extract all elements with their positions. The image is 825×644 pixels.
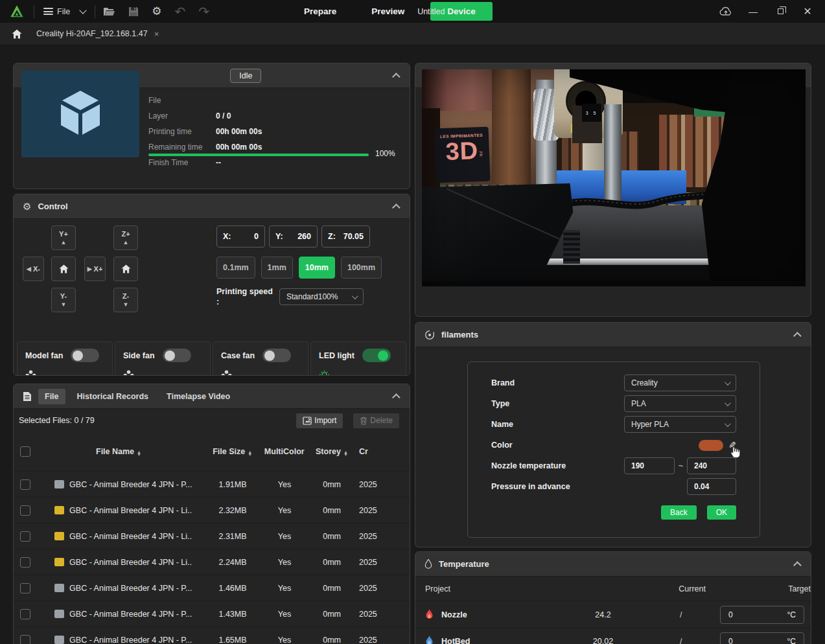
hotbed-current-temp: 20.02 [564, 637, 642, 644]
row-checkbox[interactable] [20, 505, 30, 516]
axis-coordinate[interactable]: X: 0 [216, 225, 265, 247]
delete-button[interactable]: Delete [353, 413, 399, 428]
column-file-name[interactable]: File Name▲▼ [36, 447, 201, 456]
file-row[interactable]: GBC - Animal Breeder 4 JPN - Li... 2.32M… [14, 497, 410, 523]
select-all-checkbox[interactable] [20, 446, 30, 457]
step-size-button[interactable]: 1mm [261, 257, 293, 279]
import-button[interactable]: Import [296, 413, 343, 428]
nozzle-current-temp: 24.2 [564, 610, 642, 619]
main-tab[interactable]: Prepare [295, 3, 345, 20]
file-tab[interactable]: File [38, 389, 65, 404]
home-xy-button[interactable] [51, 257, 76, 281]
temperature-header[interactable]: Temperature [415, 552, 811, 577]
file-storey: 0mm [305, 610, 359, 619]
cloud-upload-button[interactable] [715, 2, 737, 21]
axis-coordinate[interactable]: Y: 260 [269, 225, 318, 247]
file-thumbnail [54, 584, 64, 592]
nozzle-temp-max-input[interactable]: 240 [687, 457, 736, 474]
sort-icon: ▲▼ [248, 451, 252, 456]
pressure-advance-input[interactable]: 0.04 [687, 478, 736, 495]
jog-z-plus-button[interactable]: Z+▲ [113, 225, 138, 250]
row-checkbox[interactable] [20, 609, 30, 619]
file-row[interactable]: GBC - Animal Breeder 4 JPN - P... 1.65MB… [14, 627, 410, 644]
info-field-label: Remaining time [148, 143, 216, 152]
back-button[interactable]: Back [661, 505, 697, 520]
row-checkbox[interactable] [20, 635, 30, 644]
info-field: Layer 0 / 0 [148, 111, 401, 121]
collapse-icon[interactable] [793, 561, 802, 569]
nozzle-target-input[interactable]: 0°C [720, 606, 804, 624]
row-checkbox[interactable] [20, 531, 30, 542]
close-tab-icon[interactable]: × [154, 29, 159, 39]
control-header[interactable]: ⚙ Control [14, 194, 410, 219]
file-row[interactable]: GBC - Animal Breeder 4 JPN - Li... 2.24M… [14, 549, 410, 575]
step-size-button[interactable]: 100mm [341, 257, 382, 279]
printing-speed-select[interactable]: Standard100% [279, 288, 364, 305]
file-tab[interactable]: Historical Records [71, 389, 155, 404]
panel-title: Control [38, 201, 67, 211]
column-storey[interactable]: Storey▲▼ [305, 447, 359, 456]
file-size: 2.32MB [201, 506, 264, 515]
side-fan-card: Side fan [115, 341, 211, 376]
row-checkbox[interactable] [20, 479, 30, 490]
name-select[interactable]: Hyper PLA [624, 416, 736, 433]
file-menu[interactable]: File [34, 7, 95, 16]
ok-button[interactable]: OK [707, 505, 736, 520]
file-row[interactable]: GBC - Animal Breeder 4 JPN - P... 1.46MB… [14, 575, 410, 601]
home-z-button[interactable] [113, 257, 138, 281]
collapse-icon[interactable] [392, 203, 401, 212]
side-fan-toggle[interactable] [163, 349, 191, 362]
print-info-fields: File Layer 0 / 0 Printing time 00h 00m 0… [148, 96, 401, 174]
jog-y-plus-button[interactable]: Y+▲ [51, 225, 76, 250]
step-size-buttons: 0.1mm 1mm 10mm 100mm [216, 257, 382, 279]
maximize-button[interactable] [769, 2, 791, 21]
status-badge: Idle [230, 69, 261, 83]
row-checkbox[interactable] [20, 583, 30, 593]
led-light-toggle[interactable] [362, 349, 391, 362]
nozzle-temp-min-input[interactable]: 190 [624, 457, 675, 474]
minimize-button[interactable]: — [742, 2, 764, 21]
info-field-label: Finish Time [148, 158, 216, 167]
type-select[interactable]: PLA [624, 395, 736, 412]
row-checkbox[interactable] [20, 557, 30, 568]
file-tab[interactable]: Timelapse Video [160, 389, 237, 404]
case-fan-toggle[interactable] [262, 349, 291, 362]
hand-cursor [728, 445, 741, 459]
step-size-button[interactable]: 0.1mm [216, 257, 255, 279]
axis-value: 260 [297, 232, 311, 241]
collapse-icon[interactable] [392, 393, 401, 402]
column-target: Target [788, 584, 811, 593]
file-row[interactable]: GBC - Animal Breeder 4 JPN - Li... 2.31M… [14, 523, 410, 549]
model-fan-toggle[interactable] [71, 349, 99, 362]
led-bulb-icon [319, 370, 398, 376]
main-tab[interactable]: Preview [362, 3, 413, 20]
collapse-icon[interactable] [793, 332, 802, 340]
axis-coordinate[interactable]: Z: 70.05 [321, 225, 370, 247]
save-button[interactable] [128, 6, 139, 17]
jog-x-minus-button[interactable]: ◀X- [23, 257, 44, 281]
file-thumbnail [54, 532, 64, 540]
close-button[interactable]: ✕ [796, 2, 819, 21]
window-title: Untitled [417, 7, 445, 16]
redo-button[interactable]: ↷ [198, 5, 209, 18]
open-file-button[interactable] [103, 6, 115, 17]
step-size-button[interactable]: 10mm [299, 257, 335, 279]
undo-button[interactable]: ↶ [174, 5, 185, 18]
chevron-down-icon [725, 420, 731, 427]
settings-gear-button[interactable]: ⚙ [152, 6, 161, 17]
column-file-size[interactable]: File Size▲▼ [201, 447, 264, 456]
color-swatch[interactable] [699, 440, 723, 451]
chevron-down-icon [79, 6, 86, 14]
file-created: 2025 [359, 610, 410, 619]
jog-z-minus-button[interactable]: Z-▼ [113, 288, 138, 312]
collapse-icon[interactable] [392, 73, 401, 81]
jog-y-minus-button[interactable]: Y-▼ [51, 288, 76, 312]
filaments-header[interactable]: filaments [415, 323, 811, 347]
device-tab[interactable]: Creality Hi-20AF_192.168.1.47 × [36, 29, 159, 39]
brand-select[interactable]: Creality [624, 374, 736, 391]
file-row[interactable]: GBC - Animal Breeder 4 JPN - P... 1.43MB… [14, 601, 410, 627]
home-icon[interactable] [12, 29, 22, 39]
file-row[interactable]: GBC - Animal Breeder 4 JPN - P... 1.91MB… [14, 471, 410, 497]
hotbed-target-input[interactable]: 0°C [720, 632, 804, 644]
jog-x-plus-button[interactable]: ▶X+ [84, 257, 106, 281]
